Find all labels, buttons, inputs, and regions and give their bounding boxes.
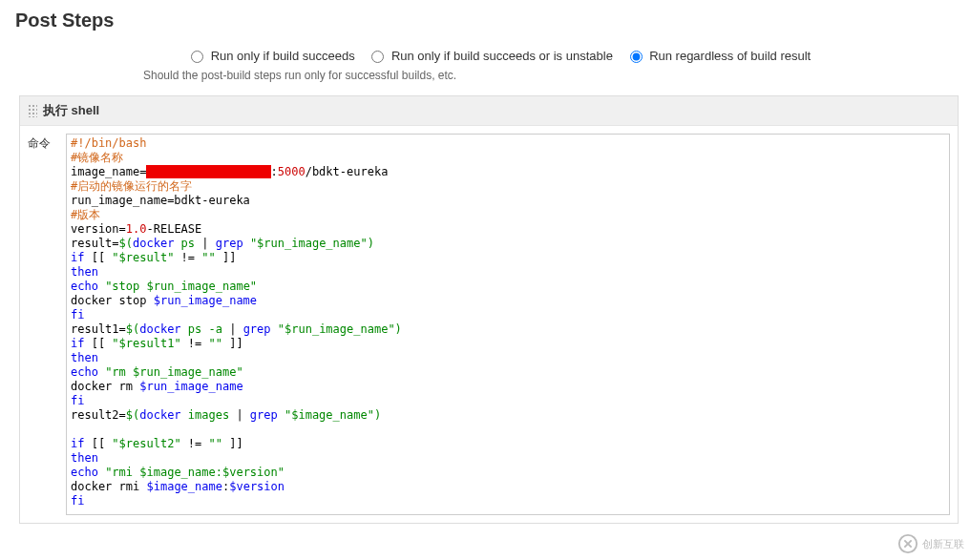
radio-succeeds-label: Run only if build succeeds — [211, 49, 355, 63]
radio-regardless-input[interactable] — [630, 51, 643, 63]
drag-handle-icon[interactable] — [28, 104, 37, 117]
radio-unstable[interactable]: Run only if build succeeds or is unstabl… — [371, 49, 616, 63]
build-step-title-bar: 执行 shell — [20, 96, 958, 126]
radio-succeeds[interactable]: Run only if build succeeds — [191, 49, 358, 63]
watermark-logo: 创新互联 — [897, 533, 964, 554]
radio-succeeds-input[interactable] — [191, 51, 203, 63]
post-steps-radio-group: Run only if build succeeds Run only if b… — [0, 37, 970, 63]
build-step-title: 执行 shell — [43, 102, 99, 119]
build-step-body: 命令 #!/bin/bash #镜像名称 image_name=XXXXXXXX… — [20, 126, 958, 523]
radio-unstable-label: Run only if build succeeds or is unstabl… — [391, 49, 613, 63]
command-label: 命令 — [28, 134, 66, 515]
radio-regardless-label: Run regardless of build result — [649, 49, 811, 63]
radio-unstable-input[interactable] — [371, 51, 384, 63]
build-step-container: 执行 shell 命令 #!/bin/bash #镜像名称 image_name… — [19, 95, 959, 524]
watermark-text: 创新互联 — [922, 537, 964, 551]
radio-regardless[interactable]: Run regardless of build result — [630, 49, 812, 63]
shell-command-textarea[interactable]: #!/bin/bash #镜像名称 image_name=XXXXXXXXXXX… — [66, 134, 950, 515]
help-text: Should the post-build steps run only for… — [0, 63, 970, 95]
logo-icon — [897, 533, 918, 554]
section-heading: Post Steps — [0, 0, 970, 37]
